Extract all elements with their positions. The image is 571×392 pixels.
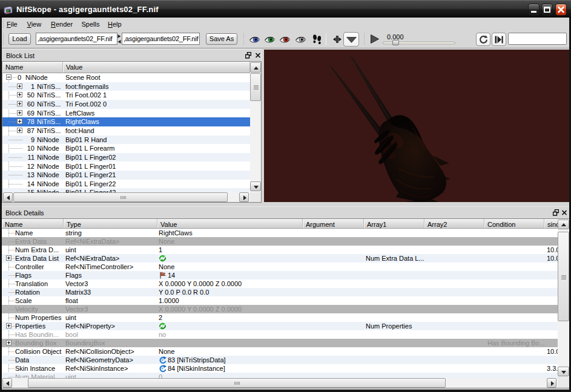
block-list-row[interactable]: 60NiTriS...Tri Foot.002 0 [2, 100, 250, 109]
block-details-row[interactable]: Collision ObjectRef<NiCollisionObject>No… [2, 347, 558, 356]
load-filename-input[interactable]: ,asgigergauntlets02_FF.nif [36, 33, 117, 45]
block-details-row[interactable]: PropertiesRef<NiProperty> Num Properties [2, 322, 558, 330]
close-button[interactable] [555, 4, 567, 16]
copy-left-icon[interactable] [118, 40, 121, 44]
block-details-row[interactable]: Skin InstanceRef<NiSkinInstance> 84 [NiS… [2, 364, 558, 373]
block-details-header-condition[interactable]: Condition [484, 219, 544, 228]
block-list-vscroll-thumb[interactable] [250, 73, 261, 101]
block-details-row[interactable]: Num Extra D...uint110.0.1.0 [2, 246, 558, 254]
block-list-hscroll-thumb[interactable] [13, 192, 228, 202]
expander-plus[interactable] [6, 323, 12, 328]
float-panel-icon[interactable] [553, 209, 559, 216]
block-list-row[interactable]: 13NiNodeBip01 L Finger21 [2, 171, 250, 180]
block-details-scroll-right-button[interactable] [547, 378, 556, 388]
render-viewport[interactable] [264, 50, 569, 202]
block-details-row[interactable]: Bounding BoxBoundingBoxHas Bounding Bo..… [2, 339, 558, 347]
menu-file[interactable]: File [7, 21, 18, 30]
expander-plus[interactable] [17, 83, 22, 89]
maximize-button[interactable] [541, 4, 553, 16]
block-details-row[interactable]: Scalefloat1.0000 [2, 296, 558, 305]
loop-animation-button[interactable] [476, 33, 490, 46]
select-down-button[interactable] [343, 32, 359, 47]
block-list-row[interactable]: 0NiNodeScene Root [2, 73, 250, 82]
block-details-row[interactable]: VelocityVector3X 0.0000 Y 0.0000 Z 0.000… [2, 305, 558, 313]
block-details-header-argument[interactable]: Argument [303, 219, 364, 228]
block-details-row[interactable]: Has Boundin...boolno [2, 330, 558, 339]
eye-gray-icon[interactable] [295, 36, 306, 43]
block-details-row[interactable]: FlagsFlags 14 [2, 271, 558, 279]
expander-minus[interactable] [6, 74, 12, 80]
block-details-scroll-up-button[interactable] [558, 220, 569, 229]
block-details-scroll-left-button[interactable] [2, 378, 12, 388]
copy-right-icon[interactable] [118, 34, 121, 38]
expander-plus[interactable] [6, 255, 12, 261]
block-details-header-array1[interactable]: Array1 [364, 219, 424, 228]
menu-view[interactable]: View [27, 21, 42, 30]
close-panel-icon[interactable] [561, 209, 567, 216]
block-details-row[interactable]: ControllerRef<NiTimeController>None [2, 263, 558, 271]
block-details-header-name[interactable]: Name [2, 219, 64, 228]
block-list-row[interactable]: 69NiTriS...LeftClaws [2, 109, 250, 118]
animation-combobox[interactable] [508, 33, 567, 45]
toolbar-gripper-2[interactable] [243, 33, 245, 45]
menu-spells[interactable]: Spells [82, 21, 100, 30]
load-button[interactable]: Load [8, 33, 31, 45]
play-icon[interactable] [371, 34, 379, 44]
float-panel-icon[interactable] [245, 52, 251, 59]
toolbar-gripper[interactable] [2, 33, 5, 45]
block-details-hscroll-thumb[interactable] [28, 378, 446, 388]
eye-red-icon[interactable] [280, 36, 290, 43]
minimize-button[interactable] [528, 4, 540, 16]
block-list-row[interactable]: 1NiTriS...foot:fingernails [2, 82, 250, 91]
block-details-row[interactable]: Extra Data ListRef<NiExtraData> Num Extr… [2, 254, 558, 263]
block-list-row[interactable]: 12NiNodeBip01 L Finger01 [2, 162, 250, 171]
block-list-header-value[interactable]: Value [63, 62, 250, 73]
eye-blue-icon[interactable] [249, 36, 260, 43]
block-list-row[interactable]: 50NiTriS...Tri Foot.002 1 [2, 91, 250, 100]
block-details-row[interactable]: TranslationVector3X 0.0000 Y 0.0000 Z 0.… [2, 279, 558, 288]
expander-plus[interactable] [17, 110, 22, 116]
expander-plus[interactable] [6, 340, 12, 345]
block-list-scroll-down-button[interactable] [250, 181, 261, 191]
block-list-row[interactable]: 87NiTriS...foot:Hand [2, 126, 250, 136]
eye-green-icon[interactable] [265, 36, 275, 43]
block-list-row[interactable]: 14NiNodeBip01 L Finger22 [2, 180, 250, 189]
block-details-vscroll-thumb[interactable] [558, 232, 569, 321]
block-list-header-name[interactable]: Name [2, 62, 63, 73]
title-bar[interactable]: NifSkope - asgigergauntlets02_FF.nif [0, 0, 571, 18]
expander-plus[interactable] [17, 128, 22, 133]
block-details-header-array2[interactable]: Array2 [424, 219, 484, 228]
block-list-scroll-right-button[interactable] [239, 192, 249, 202]
menu-help[interactable]: Help [108, 21, 122, 30]
block-list-row[interactable]: 78NiTriS...RightClaws [2, 117, 250, 126]
block-details-row[interactable]: NamestringRightClaws [2, 229, 558, 237]
footprints-icon[interactable] [312, 34, 322, 44]
block-details-row[interactable]: RotationMatrix33Y 0.0 P 0.0 R 0.0 [2, 288, 558, 296]
block-details-row[interactable]: Extra DataRef<NiExtraData>None [2, 237, 558, 246]
time-slider-thumb[interactable] [392, 40, 399, 45]
menu-render[interactable]: Render [51, 21, 73, 30]
play-to-end-button[interactable] [492, 33, 506, 46]
save-filename-input[interactable]: ,asgigergauntlets02_FF.nif [122, 33, 200, 45]
block-type: NiNode [37, 136, 59, 143]
block-list-scroll-up-button[interactable] [250, 62, 261, 73]
block-list-scroll-left-button[interactable] [3, 192, 13, 202]
expander-plus[interactable] [17, 92, 22, 97]
expander-plus[interactable] [17, 101, 22, 106]
menubar-gripper[interactable] [2, 19, 5, 28]
block-details-header-value[interactable]: Value [157, 219, 303, 228]
save-as-button[interactable]: Save As [206, 33, 237, 45]
block-list-row[interactable]: 9NiNodeBip01 R Hand [2, 136, 250, 145]
block-details-row[interactable]: DataRef<NiGeometryData> 83 [NiTriStripsD… [2, 356, 558, 364]
expander-plus[interactable] [17, 119, 22, 124]
move-axes-icon[interactable] [333, 36, 342, 43]
block-details-row[interactable]: Num Propertiesuint2 [2, 313, 558, 322]
block-list-row[interactable]: 10NiNodeBip01 L Forearm [2, 144, 250, 153]
toolbar-gripper-3[interactable] [363, 33, 366, 45]
block-details-row[interactable]: Num Material...uint0 [2, 373, 558, 378]
block-details-scroll-down-button[interactable] [558, 367, 569, 376]
close-panel-icon[interactable] [255, 52, 261, 59]
swap-filenames-widget[interactable] [117, 33, 122, 45]
block-details-header-type[interactable]: Type [64, 219, 157, 228]
block-list-row[interactable]: 11NiNodeBip01 L Finger02 [2, 153, 250, 162]
